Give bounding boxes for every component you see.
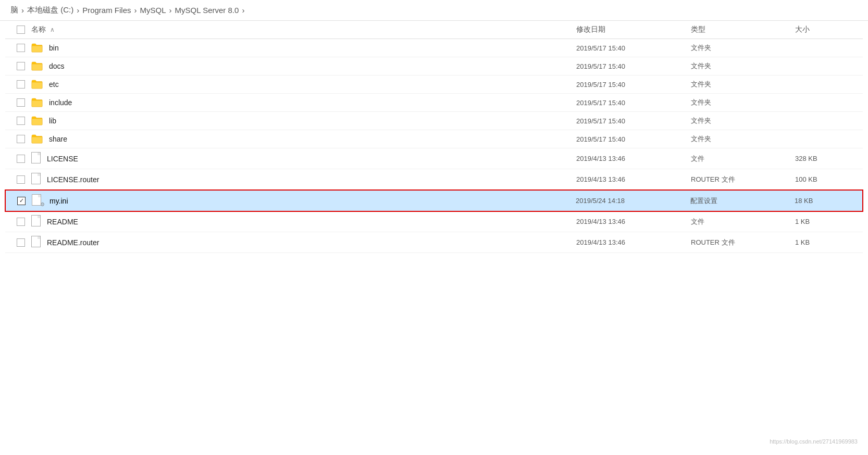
type-col: 文件夹 xyxy=(691,116,795,125)
watermark: https://blog.csdn.net/27141969983 xyxy=(770,438,858,445)
type-text: 文件夹 xyxy=(691,98,711,107)
row-checkbox[interactable] xyxy=(17,197,26,205)
row-checkbox[interactable] xyxy=(17,175,25,184)
size-text: 1 KB xyxy=(795,238,810,246)
file-row-etc[interactable]: etc 2019/5/17 15:40 文件夹 xyxy=(5,75,863,94)
name-col: ⚙ my.ini xyxy=(32,194,576,207)
breadcrumb-sep-2: › xyxy=(77,6,79,15)
size-text: 100 KB xyxy=(795,175,817,183)
date-col: 2019/5/17 15:40 xyxy=(576,99,691,107)
item-name: LICENSE xyxy=(47,155,78,163)
date-text: 2019/5/24 14:18 xyxy=(576,197,625,205)
file-row-lib[interactable]: lib 2019/5/17 15:40 文件夹 xyxy=(5,112,863,130)
file-row-README.router[interactable]: README.router 2019/4/13 13:46 ROUTER 文件 … xyxy=(5,232,863,253)
size-text: 18 KB xyxy=(795,197,813,205)
date-col: 2019/5/17 15:40 xyxy=(576,117,691,125)
header-name-label: 名称 xyxy=(31,25,46,34)
date-text: 2019/4/13 13:46 xyxy=(576,175,625,183)
name-col: etc xyxy=(31,79,576,90)
row-checkbox[interactable] xyxy=(17,80,25,89)
item-name: LICENSE.router xyxy=(47,175,99,184)
header-date-col[interactable]: 修改日期 xyxy=(576,25,691,34)
checkbox-col xyxy=(11,197,32,205)
checkbox-col xyxy=(10,238,31,247)
checkbox-col xyxy=(10,117,31,125)
breadcrumb-sep-4: › xyxy=(169,6,172,15)
size-text: 1 KB xyxy=(795,218,810,225)
file-row-bin[interactable]: bin 2019/5/17 15:40 文件夹 xyxy=(5,39,863,57)
type-text: 文件 xyxy=(691,217,704,226)
date-text: 2019/5/17 15:40 xyxy=(576,99,625,107)
type-text: 文件夹 xyxy=(691,43,711,53)
name-col: LICENSE.router xyxy=(31,173,576,186)
breadcrumb-sep-3: › xyxy=(134,6,137,15)
config-file-icon: ⚙ xyxy=(32,194,47,207)
file-row-share[interactable]: share 2019/5/17 15:40 文件夹 xyxy=(5,130,863,148)
file-list-container: 名称 ∧ 修改日期 类型 大小 bin 2019/5/17 15:40 文件夹 xyxy=(0,21,868,253)
header-name-col[interactable]: 名称 ∧ xyxy=(31,25,576,34)
type-col: 文件 xyxy=(691,217,795,226)
row-checkbox[interactable] xyxy=(17,135,25,143)
item-name: bin xyxy=(49,44,59,52)
date-text: 2019/4/13 13:46 xyxy=(576,238,625,246)
type-col: 文件夹 xyxy=(691,43,795,53)
item-name: my.ini xyxy=(49,197,68,205)
row-checkbox[interactable] xyxy=(17,238,25,247)
checkbox-col xyxy=(10,155,31,163)
file-row-LICENSE[interactable]: LICENSE 2019/4/13 13:46 文件 328 KB xyxy=(5,148,863,169)
date-col: 2019/5/17 15:40 xyxy=(576,81,691,89)
item-name: README xyxy=(47,218,78,226)
file-row-my.ini[interactable]: ⚙ my.ini 2019/5/24 14:18 配置设置 18 KB xyxy=(5,190,863,211)
name-col: README xyxy=(31,215,576,228)
row-checkbox[interactable] xyxy=(17,218,25,226)
name-col: share xyxy=(31,134,576,144)
date-text: 2019/5/17 15:40 xyxy=(576,135,625,143)
breadcrumb-item-computer[interactable]: 脑 xyxy=(10,5,18,15)
file-list-header: 名称 ∧ 修改日期 类型 大小 xyxy=(5,21,863,39)
breadcrumb-item-c-drive[interactable]: 本地磁盘 (C:) xyxy=(27,5,73,15)
date-text: 2019/4/13 13:46 xyxy=(576,155,625,162)
row-checkbox[interactable] xyxy=(17,62,25,70)
breadcrumb-sep-5: › xyxy=(242,6,244,15)
breadcrumb-item-program-files[interactable]: Program Files xyxy=(82,6,131,15)
size-col: 1 KB xyxy=(795,218,858,225)
header-size-col[interactable]: 大小 xyxy=(795,25,858,34)
checkbox-col xyxy=(10,135,31,143)
row-checkbox[interactable] xyxy=(17,155,25,163)
row-checkbox[interactable] xyxy=(17,44,25,52)
row-checkbox[interactable] xyxy=(17,117,25,125)
header-checkbox[interactable] xyxy=(17,26,25,34)
checkbox-col xyxy=(10,218,31,226)
type-col: 文件夹 xyxy=(691,98,795,107)
folder-icon xyxy=(31,116,43,126)
file-row-docs[interactable]: docs 2019/5/17 15:40 文件夹 xyxy=(5,57,863,75)
row-checkbox[interactable] xyxy=(17,98,25,107)
header-size-label: 大小 xyxy=(795,25,810,34)
name-col: README.router xyxy=(31,236,576,249)
file-row-README[interactable]: README 2019/4/13 13:46 文件 1 KB xyxy=(5,211,863,232)
item-name: etc xyxy=(49,80,59,89)
date-col: 2019/4/13 13:46 xyxy=(576,218,691,225)
breadcrumb-item-mysql[interactable]: MySQL xyxy=(140,6,166,15)
folder-icon xyxy=(31,61,43,71)
file-row-LICENSE.router[interactable]: LICENSE.router 2019/4/13 13:46 ROUTER 文件… xyxy=(5,169,863,190)
item-name: include xyxy=(49,98,72,107)
date-text: 2019/5/17 15:40 xyxy=(576,62,625,70)
header-checkbox-col xyxy=(10,25,31,34)
size-col: 100 KB xyxy=(795,175,858,183)
name-col: lib xyxy=(31,116,576,126)
item-name: lib xyxy=(49,117,56,125)
type-text: 文件夹 xyxy=(691,80,711,89)
date-text: 2019/4/13 13:46 xyxy=(576,218,625,225)
file-icon xyxy=(31,152,45,165)
type-col: 文件夹 xyxy=(691,80,795,89)
header-type-col[interactable]: 类型 xyxy=(691,25,795,34)
date-col: 2019/5/17 15:40 xyxy=(576,62,691,70)
file-icon xyxy=(31,236,45,249)
type-text: 配置设置 xyxy=(690,196,717,206)
item-name: share xyxy=(49,135,67,143)
type-col: 文件夹 xyxy=(691,61,795,71)
type-col: 配置设置 xyxy=(690,196,795,206)
file-row-include[interactable]: include 2019/5/17 15:40 文件夹 xyxy=(5,94,863,112)
breadcrumb-sep-1: › xyxy=(21,6,24,15)
